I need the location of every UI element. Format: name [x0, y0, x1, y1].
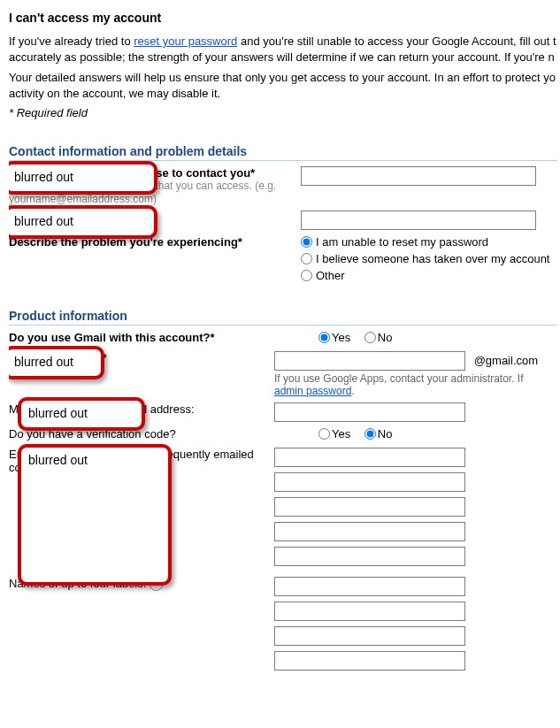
section-product-heading: Product information — [9, 309, 557, 326]
page-title: I can't access my account — [9, 11, 557, 25]
verification-no-radio[interactable] — [364, 428, 376, 440]
intro-p1: If you've already tried to reset your pa… — [9, 34, 557, 65]
blurred-overlay-reenter-email: blurred out — [9, 205, 157, 239]
verification-yes-label: Yes — [332, 427, 350, 441]
gmail-suffix: @gmail.com — [474, 354, 538, 367]
contact-input-2[interactable] — [274, 472, 465, 492]
problem-opt1-label: I am unable to reset my password — [316, 235, 488, 249]
contact-input-3[interactable] — [274, 497, 465, 517]
gmail-username-input[interactable] — [274, 351, 465, 371]
blurred-overlay-recovery-email: blurred out — [18, 397, 145, 431]
problem-opt3-label: Other — [316, 269, 345, 282]
apps-note-after: . — [351, 385, 354, 397]
blurred-overlay-contacts: blurred out — [18, 444, 172, 586]
verification-yes-radio[interactable] — [318, 428, 330, 440]
use-gmail-yes-radio[interactable] — [318, 332, 330, 343]
label-input-4[interactable] — [274, 651, 465, 671]
use-gmail-no-label: No — [378, 331, 393, 344]
google-apps-note: If you use Google Apps, contact your adm… — [274, 372, 557, 397]
problem-opt2-label: I believe someone has taken over my acco… — [316, 252, 549, 265]
contact-input-5[interactable] — [274, 547, 465, 566]
use-gmail-yes-label: Yes — [332, 331, 350, 344]
intro-p1-before: If you've already tried to — [9, 34, 134, 48]
section-contact-heading: Contact information and problem details — [9, 144, 557, 161]
verification-no-label: No — [378, 427, 393, 441]
reset-password-link[interactable]: reset your password — [134, 34, 237, 48]
label-input-1[interactable] — [274, 577, 465, 596]
problem-radio-unable[interactable] — [301, 236, 312, 248]
intro-p2: Your detailed answers will help us ensur… — [9, 70, 557, 101]
contact-email-input[interactable] — [301, 166, 536, 186]
contact-input-1[interactable] — [274, 448, 465, 467]
admin-password-link[interactable]: admin password — [274, 385, 351, 397]
problem-radio-takeover[interactable] — [301, 253, 312, 264]
required-note: * Required field — [9, 106, 557, 119]
contact-input-4[interactable] — [274, 522, 465, 541]
problem-radio-other[interactable] — [301, 270, 312, 281]
reenter-email-input[interactable] — [301, 211, 536, 230]
use-gmail-label: Do you use Gmail with this account?* — [9, 331, 318, 344]
label-input-3[interactable] — [274, 626, 465, 646]
recovery-email-input[interactable] — [274, 402, 465, 422]
blurred-overlay-gmail-username: blurred out — [9, 346, 104, 379]
use-gmail-no-radio[interactable] — [364, 332, 376, 343]
blurred-overlay-contact-email: blurred out — [9, 161, 157, 195]
label-input-2[interactable] — [274, 602, 465, 621]
apps-note-before: If you use Google Apps, contact your adm… — [274, 372, 523, 385]
